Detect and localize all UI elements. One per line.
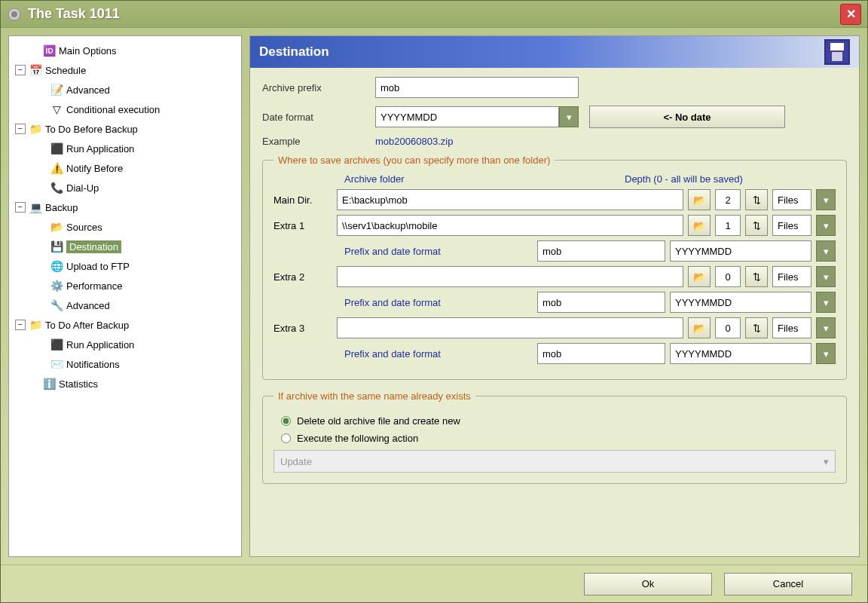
unit-dropdown[interactable]: ▾ (816, 215, 836, 236)
tree-node-to-do-before-backup[interactable]: −📁To Do Before Backup (12, 119, 238, 139)
tree-label: Notify Before (66, 163, 123, 174)
id-icon: 🆔 (42, 44, 56, 57)
unit-input[interactable] (772, 189, 811, 210)
window-title: The Task 1011 (28, 6, 840, 22)
tree-node-performance[interactable]: ⚙️Performance (12, 276, 238, 295)
dialog-footer: Ok Cancel (1, 565, 867, 602)
console-icon: ⬛ (50, 338, 63, 351)
tree-node-dial-up[interactable]: 📞Dial-Up (12, 178, 238, 197)
dfmt-dropdown[interactable]: ▾ (816, 240, 836, 262)
prefix-input[interactable] (537, 292, 665, 313)
tree-node-advanced[interactable]: 📝Advanced (12, 80, 238, 99)
date-format-input[interactable] (375, 106, 559, 127)
ok-button[interactable]: Ok (584, 573, 712, 595)
tree-toggle[interactable]: − (15, 124, 26, 134)
depth-stepper[interactable]: ⇅ (745, 266, 768, 287)
date-format-dropdown[interactable]: ▾ (559, 106, 579, 127)
dir-row-label: Extra 2 (274, 271, 332, 283)
close-icon: ✕ (846, 7, 856, 21)
prefix-input[interactable] (537, 240, 665, 262)
archive-prefix-input[interactable] (375, 77, 579, 98)
funnel-icon: ▽ (50, 103, 63, 116)
folder-open-icon: 📂 (693, 271, 705, 283)
dfmt-dropdown[interactable]: ▾ (816, 343, 836, 364)
dir-path-input[interactable] (337, 317, 683, 338)
date-format-label: Date format (262, 112, 375, 123)
depth-input[interactable] (715, 317, 741, 338)
dfmt-dropdown[interactable]: ▾ (816, 292, 836, 313)
dir-path-input[interactable] (337, 266, 683, 287)
where-to-save-legend: Where to save archives (you can specify … (274, 155, 555, 166)
dfmt-input[interactable] (670, 292, 811, 313)
floppy-icon (824, 39, 850, 65)
dir-path-input[interactable] (337, 215, 683, 236)
tree-node-advanced[interactable]: 🔧Advanced (12, 295, 238, 315)
radio-execute-row[interactable]: Execute the following action (281, 433, 836, 444)
tree-node-to-do-after-backup[interactable]: −📁To Do After Backup (12, 315, 238, 335)
action-select-value: Update (280, 456, 312, 467)
tree-node-notifications[interactable]: ✉️Notifications (12, 354, 238, 374)
unit-input[interactable] (772, 266, 811, 287)
tree-node-upload-to-ftp[interactable]: 🌐Upload to FTP (12, 256, 238, 276)
dir-path-input[interactable] (337, 189, 683, 210)
archive-exists-group: If archive with the same name already ex… (262, 390, 847, 484)
mail-icon: ✉️ (50, 357, 63, 371)
tree-node-backup[interactable]: −💻Backup (12, 197, 238, 217)
tree-toggle[interactable]: − (15, 202, 26, 213)
browse-button[interactable]: 📂 (688, 317, 711, 338)
tree-node-main-options[interactable]: 🆔Main Options (12, 41, 238, 60)
depth-stepper[interactable]: ⇅ (745, 317, 768, 338)
dfmt-input[interactable] (670, 343, 811, 364)
tree-node-schedule[interactable]: −📅Schedule (12, 60, 238, 80)
example-label: Example (262, 136, 375, 147)
no-date-button[interactable]: <- No date (589, 106, 785, 128)
advanced2-icon: 🔧 (50, 298, 63, 312)
cancel-button[interactable]: Cancel (724, 573, 852, 595)
chevron-down-icon: ▾ (824, 323, 829, 334)
chevron-down-icon: ▾ (824, 220, 829, 231)
tree-label: Conditional execution (66, 104, 160, 115)
unit-dropdown[interactable]: ▾ (816, 317, 836, 338)
unit-input[interactable] (772, 317, 811, 338)
tree-node-run-application[interactable]: ⬛Run Application (12, 139, 238, 158)
radio-delete-row[interactable]: Delete old archive file and create new (281, 415, 836, 427)
nav-tree[interactable]: 🆔Main Options−📅Schedule📝Advanced▽Conditi… (8, 35, 242, 557)
sources-icon: 📂 (50, 220, 63, 234)
chevron-down-icon: ▾ (824, 246, 829, 257)
schedule-icon: 📅 (29, 63, 42, 77)
tree-node-destination[interactable]: 💾Destination (12, 237, 238, 256)
depth-input[interactable] (715, 266, 741, 287)
tree-node-sources[interactable]: 📂Sources (12, 217, 238, 237)
depth-stepper[interactable]: ⇅ (745, 189, 768, 210)
depth-input[interactable] (715, 215, 741, 236)
close-button[interactable]: ✕ (840, 4, 861, 25)
radio-delete[interactable] (281, 416, 291, 426)
tree-node-run-application[interactable]: ⬛Run Application (12, 335, 238, 354)
tree-toggle[interactable]: − (15, 65, 26, 75)
tree-node-statistics[interactable]: ℹ️Statistics (12, 374, 238, 393)
depth-stepper[interactable]: ⇅ (745, 215, 768, 236)
unit-input[interactable] (772, 215, 811, 236)
browse-button[interactable]: 📂 (688, 189, 711, 210)
chevron-down-icon: ▾ (824, 456, 829, 467)
dir-row-label: Main Dir. (274, 194, 332, 206)
advanced-icon: 📝 (50, 83, 63, 96)
radio-execute[interactable] (281, 433, 291, 443)
dfmt-input[interactable] (670, 240, 811, 262)
browse-button[interactable]: 📂 (688, 215, 711, 236)
prefix-input[interactable] (537, 343, 665, 364)
unit-dropdown[interactable]: ▾ (816, 189, 836, 210)
updown-icon: ⇅ (753, 194, 761, 206)
tree-node-conditional-execution[interactable]: ▽Conditional execution (12, 99, 238, 119)
chevron-down-icon: ▾ (824, 271, 829, 283)
depth-input[interactable] (715, 189, 741, 210)
app-icon (7, 7, 22, 22)
tree-toggle[interactable]: − (15, 320, 26, 330)
browse-button[interactable]: 📂 (688, 266, 711, 287)
tree-label: Notifications (66, 359, 120, 370)
info-icon: ℹ️ (42, 377, 56, 390)
floppy-icon: 💾 (50, 240, 63, 253)
prefix-date-label: Prefix and date format (337, 348, 533, 360)
unit-dropdown[interactable]: ▾ (816, 266, 836, 287)
tree-node-notify-before[interactable]: ⚠️Notify Before (12, 158, 238, 178)
